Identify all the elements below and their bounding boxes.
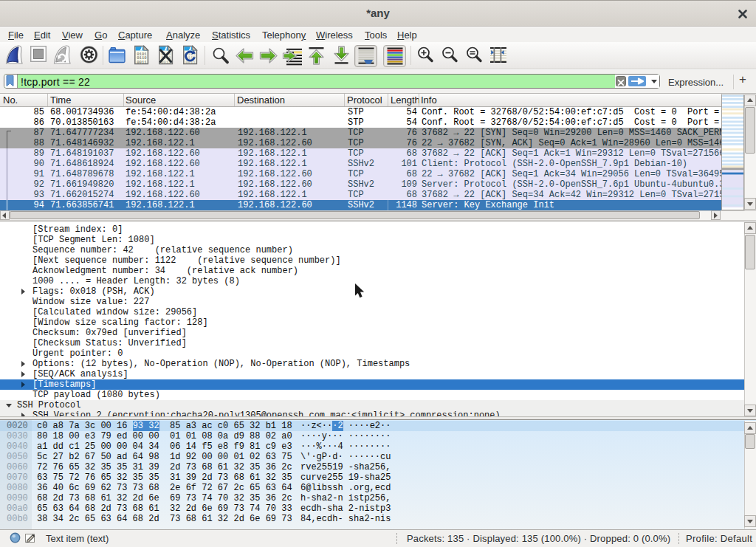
svg-text:0011: 0011: [137, 60, 147, 65]
